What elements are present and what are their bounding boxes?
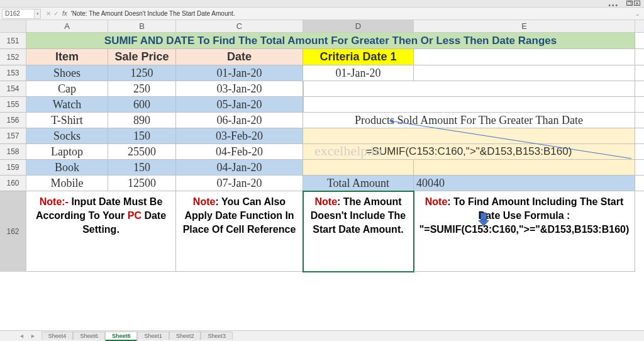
- row-header[interactable]: 155: [0, 97, 26, 112]
- restore-icon[interactable]: ❐: [626, 1, 633, 6]
- cell[interactable]: Watch: [26, 97, 108, 112]
- row-header[interactable]: 157: [0, 128, 26, 143]
- sheet-tab[interactable]: Sheet6: [105, 332, 138, 341]
- cell[interactable]: Shoes: [26, 65, 108, 81]
- cell[interactable]: 04-Feb-20: [176, 144, 303, 159]
- total-label-cell[interactable]: Total Amount: [303, 176, 414, 191]
- sheet-tab[interactable]: Sheet4: [42, 332, 74, 340]
- row-header[interactable]: 153: [0, 65, 26, 81]
- title-row: 151 SUMIF AND DATE To Find The Total Amo…: [0, 33, 644, 49]
- total-value-cell[interactable]: 40040: [414, 176, 635, 191]
- cell[interactable]: 05-Jan-20: [176, 97, 303, 112]
- cell[interactable]: 04-Jan-20: [176, 160, 303, 175]
- namebox-dropdown-icon[interactable]: ▾: [35, 9, 41, 19]
- cell[interactable]: 07-Jan-20: [176, 176, 303, 191]
- close-icon[interactable]: ✕: [634, 1, 640, 6]
- cell[interactable]: 250: [108, 81, 176, 96]
- cell-e153[interactable]: [414, 65, 635, 81]
- note-3-selected[interactable]: Note: The Amount Doesn't Include The Sta…: [303, 191, 414, 272]
- cell[interactable]: Laptop: [26, 144, 108, 159]
- row-header[interactable]: 158: [0, 144, 26, 159]
- cell[interactable]: 150: [108, 128, 176, 143]
- title-cell[interactable]: SUMIF AND DATE To Find The Total Amount …: [26, 33, 635, 48]
- cell[interactable]: Book: [26, 160, 108, 175]
- sheet-tab[interactable]: Sheet1: [137, 332, 169, 340]
- table-row: 157 Socks 150 03-Feb-20: [0, 128, 644, 144]
- row-header[interactable]: 152: [0, 49, 26, 65]
- cell[interactable]: 600: [108, 97, 176, 112]
- sheet-tab[interactable]: Sheet3: [201, 332, 233, 340]
- cell[interactable]: 25500: [108, 144, 176, 159]
- formula-bar-input[interactable]: 'Note: The Amount Doesn't Include The St…: [71, 10, 235, 17]
- cell[interactable]: Cap: [26, 81, 108, 96]
- spreadsheet-grid[interactable]: A B C D E 151 SUMIF AND DATE To Find The…: [0, 20, 644, 330]
- col-header-e[interactable]: E: [414, 20, 635, 32]
- cancel-formula-icon[interactable]: ✕: [46, 10, 51, 17]
- column-headers: A B C D E: [0, 20, 644, 33]
- cell-e152[interactable]: [414, 49, 635, 65]
- sheet-tabs-bar: ◄ ► Sheet4Sheet6Sheet6Sheet1Sheet2Sheet3: [0, 330, 644, 341]
- cell[interactable]: 01-Jan-20: [176, 65, 303, 81]
- cell[interactable]: T-Shirt: [26, 113, 108, 128]
- cell[interactable]: 890: [108, 113, 176, 128]
- description-cell[interactable]: Products Sold Amount For The Greater Tha…: [303, 113, 635, 128]
- down-arrow-icon: [478, 213, 489, 226]
- cell-de155[interactable]: [303, 97, 635, 112]
- header-criteria[interactable]: Criteria Date 1: [303, 49, 414, 65]
- enter-formula-icon[interactable]: ✓: [53, 10, 58, 17]
- cell[interactable]: 06-Jan-20: [176, 113, 303, 128]
- name-box[interactable]: D162: [2, 9, 35, 19]
- header-item[interactable]: Item: [26, 49, 108, 65]
- row-header[interactable]: 151: [0, 33, 26, 48]
- col-header-c[interactable]: C: [176, 20, 303, 32]
- cell[interactable]: Socks: [26, 128, 108, 143]
- table-row: 154 Cap 250 03-Jan-20: [0, 81, 644, 97]
- cell[interactable]: Mobile: [26, 176, 108, 191]
- cell-e159[interactable]: [414, 160, 635, 175]
- col-header-b[interactable]: B: [108, 20, 176, 32]
- note-1[interactable]: Note:- Input Date Must Be According To Y…: [26, 191, 176, 272]
- table-row: 156 T-Shirt 890 06-Jan-20 Products Sold …: [0, 113, 644, 128]
- tab-nav-next-icon[interactable]: ►: [30, 333, 36, 339]
- col-header-d[interactable]: D: [303, 20, 414, 32]
- row-header[interactable]: 159: [0, 160, 26, 175]
- formula-display-cell[interactable]: =SUMIF(C153:C160,">"&D153,B153:B160): [303, 144, 635, 159]
- table-row: 153 Shoes 1250 01-Jan-20 01-Jan-20: [0, 65, 644, 81]
- table-row: 158 Laptop 25500 04-Feb-20 =SUMIF(C153:C…: [0, 144, 644, 160]
- cell[interactable]: 03-Jan-20: [176, 81, 303, 96]
- tab-nav-prev-icon[interactable]: ◄: [19, 333, 25, 339]
- cell[interactable]: 1250: [108, 65, 176, 81]
- cell-d159[interactable]: [303, 160, 414, 175]
- table-row: 155 Watch 600 05-Jan-20: [0, 97, 644, 113]
- sheet-tab[interactable]: Sheet2: [169, 332, 201, 340]
- header-date[interactable]: Date: [176, 49, 303, 65]
- table-row: 159 Book 150 04-Jan-20: [0, 160, 644, 176]
- cell-de154[interactable]: [303, 81, 635, 96]
- window-titlebar: ••• ❐ ✕: [0, 0, 644, 8]
- cell[interactable]: 12500: [108, 176, 176, 191]
- formula-cell-upper[interactable]: [303, 128, 635, 143]
- fx-icon[interactable]: fx: [62, 10, 67, 17]
- col-header-a[interactable]: A: [26, 20, 108, 32]
- header-price[interactable]: Sale Price: [108, 49, 176, 65]
- expand-formula-bar-icon[interactable]: ⌄: [635, 11, 640, 17]
- row-header[interactable]: 162: [0, 191, 26, 272]
- notes-row: 162 Note:- Input Date Must Be According …: [0, 191, 644, 272]
- more-icon[interactable]: •••: [608, 2, 619, 9]
- note-4[interactable]: Note: To Find Amount Including The Start…: [414, 191, 635, 272]
- cell[interactable]: 03-Feb-20: [176, 128, 303, 143]
- sheet-tab[interactable]: Sheet6: [73, 332, 105, 340]
- cell[interactable]: 150: [108, 160, 176, 175]
- row-header[interactable]: 160: [0, 176, 26, 191]
- select-all-corner[interactable]: [0, 20, 26, 32]
- row-header[interactable]: 156: [0, 113, 26, 128]
- formula-bar-row: D162 ▾ ✕ ✓ fx 'Note: The Amount Doesn't …: [0, 8, 644, 20]
- table-row: 160 Mobile 12500 07-Jan-20 Total Amount …: [0, 176, 644, 191]
- note-2[interactable]: Note: You Can Also Apply Date Function I…: [176, 191, 303, 272]
- row-header[interactable]: 154: [0, 81, 26, 96]
- header-row: 152 Item Sale Price Date Criteria Date 1: [0, 49, 644, 65]
- criteria-date-cell[interactable]: 01-Jan-20: [303, 65, 414, 81]
